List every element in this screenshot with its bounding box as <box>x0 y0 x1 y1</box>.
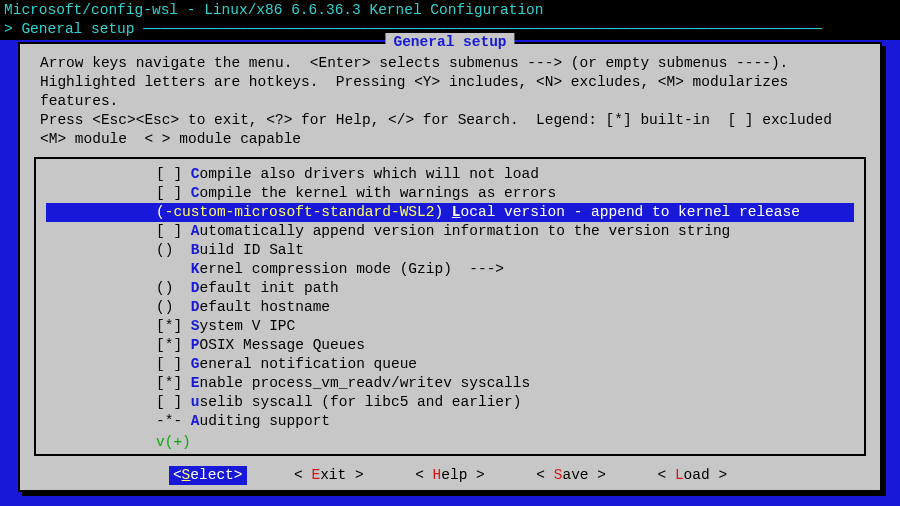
menu-item-label: selib syscall (for libc5 and earlier) <box>200 394 522 410</box>
terminal-window: Microsoft/config-wsl - Linux/x86 6.6.36.… <box>0 0 900 506</box>
button-hotkey: L <box>675 467 684 483</box>
button-label-rest: elect> <box>190 467 242 483</box>
menu-item-hotkey: K <box>191 261 200 277</box>
menu-item-label: ernel compression mode (Gzip) ---> <box>200 261 505 277</box>
menu-item-label: ompile the kernel with warnings as error… <box>200 185 557 201</box>
menu-item-label: ystem V IPC <box>200 318 296 334</box>
menu-item-hotkey: G <box>191 356 200 372</box>
menu-item-hotkey: D <box>191 299 200 315</box>
dialog-button[interactable]: < Save > <box>532 466 610 485</box>
dialog-button[interactable]: < Exit > <box>290 466 368 485</box>
mark-left: [ <box>156 185 165 201</box>
menu-item-hotkey: E <box>191 375 200 391</box>
menu-item[interactable]: [ ] Compile also drivers which will not … <box>46 165 854 184</box>
button-label-rest: ave > <box>562 467 606 483</box>
menu-item-hotkey: C <box>191 166 200 182</box>
menu-item[interactable]: [*] Enable process_vm_readv/writev sysca… <box>46 374 854 393</box>
menu-item-label: eneral notification queue <box>200 356 418 372</box>
menu-item-hotkey: A <box>191 413 200 429</box>
menu-item-hotkey: A <box>191 223 200 239</box>
mark: () <box>156 242 191 258</box>
menu-item[interactable]: [*] POSIX Message Queues <box>46 336 854 355</box>
dialog-title: General setup <box>385 33 514 52</box>
mark-right: ) <box>434 204 451 220</box>
menu-item-hotkey: B <box>191 242 200 258</box>
dialog-button[interactable]: <Select> <box>169 466 247 485</box>
mark: [*] <box>156 375 191 391</box>
dialog-button[interactable]: < Load > <box>653 466 731 485</box>
menu-item-hotkey: C <box>191 185 200 201</box>
button-bracket-left: < <box>415 467 432 483</box>
mark: () <box>156 280 191 296</box>
menu-item[interactable]: Kernel compression mode (Gzip) ---> <box>46 260 854 279</box>
menu-item-hotkey: D <box>191 280 200 296</box>
menu-item-hotkey: P <box>191 337 200 353</box>
menu-item[interactable]: [ ] Automatically append version informa… <box>46 222 854 241</box>
button-label-rest: elp > <box>441 467 485 483</box>
mark: [ ] <box>156 356 191 372</box>
window-title: Microsoft/config-wsl - Linux/x86 6.6.36.… <box>0 0 900 20</box>
menu-item-label: ompile also drivers which will not load <box>200 166 539 182</box>
button-hotkey: H <box>433 467 442 483</box>
mark <box>156 261 191 277</box>
button-bracket-left: < <box>536 467 553 483</box>
menu-item-label: utomatically append version information … <box>200 223 731 239</box>
menu-item-label: uditing support <box>200 413 331 429</box>
menu-item-hotkey: u <box>191 394 200 410</box>
mark-inner: -custom-microsoft-standard-WSL2 <box>165 204 435 220</box>
mark-left: [ <box>156 223 165 239</box>
button-hotkey: S <box>182 467 191 483</box>
mark: [*] <box>156 318 191 334</box>
menu-item-hotkey: S <box>191 318 200 334</box>
mark-right: ] <box>173 223 190 239</box>
menu-item[interactable]: -*- Auditing support <box>46 412 854 431</box>
button-bracket-left: < <box>657 467 674 483</box>
button-bar: <Select> < Exit > < Help > < Save > < Lo… <box>20 456 880 495</box>
menu-list[interactable]: [ ] Compile also drivers which will not … <box>34 157 866 456</box>
menu-item[interactable]: [ ] uselib syscall (for libc5 and earlie… <box>46 393 854 412</box>
mark-left: ( <box>156 204 165 220</box>
menu-item-label: nable process_vm_readv/writev syscalls <box>200 375 531 391</box>
button-hotkey: E <box>311 467 320 483</box>
menu-item-label: efault init path <box>200 280 339 296</box>
more-indicator: v(+) <box>156 433 854 452</box>
menu-item-label: ocal version - append to kernel release <box>461 204 800 220</box>
menu-item[interactable]: [ ] General notification queue <box>46 355 854 374</box>
button-bracket-left: < <box>294 467 311 483</box>
menu-item[interactable]: [ ] Compile the kernel with warnings as … <box>46 184 854 203</box>
mark: -*- <box>156 413 191 429</box>
menu-item[interactable]: (-custom-microsoft-standard-WSL2) Local … <box>46 203 854 222</box>
menu-item-hotkey: L <box>452 204 461 220</box>
dialog-button[interactable]: < Help > <box>411 466 489 485</box>
button-label-rest: oad > <box>684 467 728 483</box>
menu-item[interactable]: () Default init path <box>46 279 854 298</box>
menu-item-label: efault hostname <box>200 299 331 315</box>
mark-right: ] <box>173 185 190 201</box>
menu-item[interactable]: [*] System V IPC <box>46 317 854 336</box>
button-label-rest: xit > <box>320 467 364 483</box>
mark: [ ] <box>156 166 191 182</box>
menu-item-label: OSIX Message Queues <box>200 337 365 353</box>
help-text: Arrow keys navigate the menu. <Enter> se… <box>20 44 880 153</box>
button-bracket-left: < <box>173 467 182 483</box>
menu-item-label: uild ID Salt <box>200 242 304 258</box>
mark: [*] <box>156 337 191 353</box>
menu-item[interactable]: () Default hostname <box>46 298 854 317</box>
mark: () <box>156 299 191 315</box>
menu-item[interactable]: () Build ID Salt <box>46 241 854 260</box>
mark: [ ] <box>156 394 191 410</box>
config-dialog: General setup Arrow keys navigate the me… <box>18 42 882 492</box>
